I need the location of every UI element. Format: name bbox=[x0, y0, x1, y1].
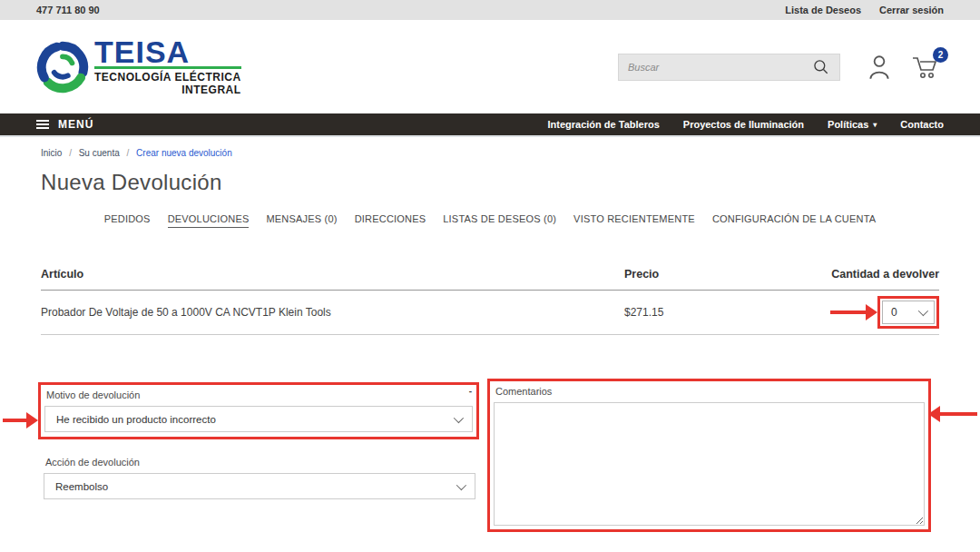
action-field: Acción de devolución Reembolso bbox=[44, 454, 475, 499]
table-header-row: Artículo Precio Cantidad a devolver bbox=[41, 268, 939, 291]
logout-link[interactable]: Cerrar sesión bbox=[879, 5, 944, 15]
top-utility-bar: 477 711 80 90 Lista de Deseos Cerrar ses… bbox=[0, 0, 980, 20]
qty-value: 0 bbox=[891, 306, 897, 319]
account-icon[interactable] bbox=[867, 54, 891, 81]
article-name: Probador De Voltaje de 50 a 1000V CA NCV… bbox=[41, 306, 624, 319]
form-left-column: Motivo de devolución - He recibido un pr… bbox=[38, 382, 479, 499]
comments-annotation-box: Comentarios bbox=[487, 379, 931, 532]
logo-tagline-1: TECNOLOGÍA ELÉCTRICA bbox=[94, 71, 241, 84]
search-input[interactable] bbox=[628, 62, 812, 73]
header-articulo: Artículo bbox=[41, 268, 624, 281]
form-right-column: Comentarios bbox=[487, 382, 931, 532]
qty-annotation-box: 0 bbox=[877, 296, 939, 329]
topbar-links: Lista de Deseos Cerrar sesión bbox=[785, 5, 944, 15]
logo-text: TEISA TECNOLOGÍA ELÉCTRICA INTEGRAL bbox=[94, 38, 241, 96]
account-tabs: PEDIDOS DEVOLUCIONES MENSAJES (0) DIRECC… bbox=[0, 213, 980, 228]
tab-visto-recientemente[interactable]: VISTO RECIENTEMENTE bbox=[573, 213, 695, 228]
hamburger-icon[interactable] bbox=[36, 120, 49, 129]
reason-label: Motivo de devolución bbox=[44, 387, 473, 406]
cart-count-badge: 2 bbox=[933, 47, 948, 63]
chevron-down-icon: ▾ bbox=[873, 122, 877, 129]
return-items-table: Artículo Precio Cantidad a devolver Prob… bbox=[41, 268, 939, 335]
wishlist-link[interactable]: Lista de Deseos bbox=[785, 5, 861, 15]
header: TEISA TECNOLOGÍA ELÉCTRICA INTEGRAL 2 bbox=[0, 20, 980, 113]
cart-icon[interactable]: 2 bbox=[911, 54, 940, 81]
action-value: Reembolso bbox=[55, 481, 108, 492]
action-label: Acción de devolución bbox=[44, 454, 475, 473]
breadcrumb-inicio[interactable]: Inicio bbox=[41, 148, 62, 158]
reason-annotation-box: Motivo de devolución - He recibido un pr… bbox=[38, 382, 479, 439]
main-nav: MENÚ Integración de Tableros Proyectos d… bbox=[0, 113, 980, 137]
chevron-down-icon bbox=[456, 479, 466, 489]
breadcrumb-separator: / bbox=[127, 148, 130, 158]
qty-select[interactable]: 0 bbox=[882, 301, 935, 324]
action-select[interactable]: Reembolso bbox=[44, 473, 475, 499]
logo-swirl-icon bbox=[36, 41, 89, 94]
qty-cell: 0 bbox=[758, 296, 939, 329]
tab-devoluciones[interactable]: DEVOLUCIONES bbox=[168, 213, 250, 228]
breadcrumb-current: Crear nueva devolución bbox=[136, 148, 232, 158]
header-cantidad: Cantidad a devolver bbox=[758, 268, 939, 281]
tab-direcciones[interactable]: DIRECCIONES bbox=[355, 213, 426, 228]
article-price: $271.15 bbox=[624, 306, 758, 319]
reason-value: He recibido un producto incorrecto bbox=[56, 414, 216, 425]
nav-item-integracion[interactable]: Integración de Tableros bbox=[548, 119, 660, 130]
comments-annotation-arrow bbox=[928, 406, 977, 422]
reason-annotation-arrow bbox=[3, 412, 38, 429]
breadcrumb-su-cuenta[interactable]: Su cuenta bbox=[79, 148, 120, 158]
comments-textarea[interactable] bbox=[494, 402, 925, 526]
chevron-down-icon bbox=[454, 412, 464, 422]
qty-annotation-arrow bbox=[830, 304, 877, 320]
search-icon[interactable] bbox=[812, 58, 830, 76]
tab-configuracion[interactable]: CONFIGURACIÓN DE LA CUENTA bbox=[712, 213, 876, 228]
page: 477 711 80 90 Lista de Deseos Cerrar ses… bbox=[0, 0, 980, 552]
table-row: Probador De Voltaje de 50 a 1000V CA NCV… bbox=[41, 291, 939, 335]
logo-name: TEISA bbox=[94, 38, 241, 65]
chevron-down-icon bbox=[918, 306, 928, 316]
header-precio: Precio bbox=[624, 268, 758, 281]
reason-select[interactable]: He recibido un producto incorrecto bbox=[44, 406, 473, 432]
breadcrumb: Inicio / Su cuenta / Crear nueva devoluc… bbox=[41, 148, 980, 158]
nav-item-proyectos[interactable]: Proyectos de Iluminación bbox=[683, 119, 804, 130]
tab-pedidos[interactable]: PEDIDOS bbox=[104, 213, 151, 228]
logo[interactable]: TEISA TECNOLOGÍA ELÉCTRICA INTEGRAL bbox=[36, 38, 241, 96]
return-form: Motivo de devolución - He recibido un pr… bbox=[38, 382, 931, 532]
logo-tagline-2: INTEGRAL bbox=[94, 84, 241, 96]
nav-item-politicas[interactable]: Políticas▾ bbox=[828, 119, 877, 130]
required-mark: - bbox=[469, 386, 472, 396]
tab-mensajes[interactable]: MENSAJES (0) bbox=[266, 213, 337, 228]
breadcrumb-separator: / bbox=[69, 148, 72, 158]
nav-menu-button[interactable]: MENÚ bbox=[58, 118, 93, 131]
search-box bbox=[618, 54, 840, 81]
phone-number: 477 711 80 90 bbox=[36, 5, 100, 15]
comments-label: Comentarios bbox=[494, 383, 925, 402]
nav-item-contacto[interactable]: Contacto bbox=[900, 119, 944, 130]
page-title: Nueva Devolución bbox=[41, 170, 980, 195]
logo-green-bar bbox=[94, 66, 241, 69]
tab-listas-deseos[interactable]: LISTAS DE DESEOS (0) bbox=[443, 213, 556, 228]
